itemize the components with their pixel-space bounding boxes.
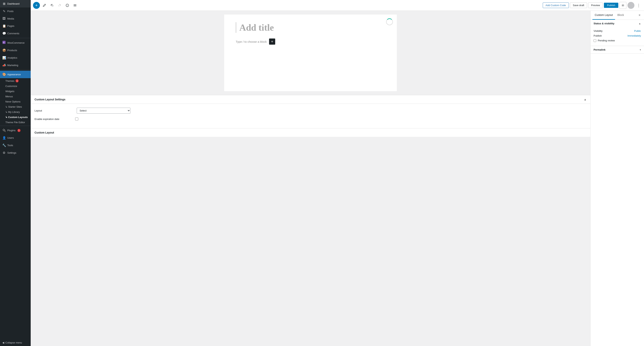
svg-point-7 xyxy=(622,5,624,6)
permalink-chevron-down: ▾ xyxy=(640,48,641,51)
sidebar-item-pages[interactable]: 📋 Pages xyxy=(0,22,31,30)
appearance-submenu: Themes 1 Customize Widgets Menus Neve Op… xyxy=(0,78,31,125)
analytics-icon: 📊 xyxy=(2,56,6,60)
products-icon: 📦 xyxy=(2,48,6,52)
status-visibility-header[interactable]: Status & visibility ▲ xyxy=(590,20,644,27)
woocommerce-icon: W xyxy=(2,41,6,45)
svg-point-9 xyxy=(630,6,632,7)
sidebar-item-label: Pages xyxy=(7,24,14,27)
user-avatar[interactable] xyxy=(628,2,634,9)
sidebar-item-media[interactable]: 🖼 Media xyxy=(0,15,31,22)
status-visibility-body: Visibility Public Publish Immediately Pe… xyxy=(590,27,644,46)
settings-header[interactable]: Custom Layout Settings ▲ xyxy=(31,95,590,104)
sidebar-sub-menus[interactable]: Menus xyxy=(0,94,31,99)
status-chevron-up: ▲ xyxy=(639,22,641,25)
sidebar-item-users[interactable]: 👤 Users xyxy=(0,134,31,142)
collapse-icon: ◀ xyxy=(2,341,4,344)
pending-review-checkbox[interactable] xyxy=(594,39,596,42)
pages-icon: 📋 xyxy=(2,24,6,28)
more-options-button[interactable]: ⋮ xyxy=(636,2,642,8)
block-placeholder-text: Type / to choose a block xyxy=(236,40,267,43)
block-placeholder-area[interactable]: Type / to choose a block + xyxy=(236,38,385,45)
sidebar-item-appearance[interactable]: 🎨 Appearance xyxy=(0,71,31,78)
sidebar-sub-widgets[interactable]: Widgets xyxy=(0,89,31,94)
sidebar-item-label: Tools xyxy=(7,144,13,147)
expiration-checkbox[interactable] xyxy=(75,117,78,120)
loading-spinner xyxy=(386,18,393,25)
settings-title: Custom Layout Settings xyxy=(34,98,66,101)
sidebar-item-label: WooCommerce xyxy=(7,41,24,44)
details-button[interactable]: i xyxy=(64,2,70,8)
sidebar-sub-custom-layouts[interactable]: ↳ Custom Layouts xyxy=(0,115,31,120)
edit-mode-button[interactable] xyxy=(41,2,48,8)
menus-label: Menus xyxy=(5,95,13,98)
appearance-icon: 🎨 xyxy=(2,73,6,76)
sidebar-item-marketing[interactable]: 📣 Marketing xyxy=(0,61,31,69)
sidebar-sub-themes[interactable]: Themes 1 xyxy=(0,78,31,83)
collapse-label: Collapse menu xyxy=(5,341,22,344)
tab-custom-layout[interactable]: Custom Layout xyxy=(592,11,615,20)
expiration-row: Enable expiration date xyxy=(34,117,586,120)
add-block-button[interactable]: + xyxy=(33,2,40,9)
editor-canvas-area: Add title Type / to choose a block + Cus… xyxy=(31,11,590,346)
right-panel-close-button[interactable]: × xyxy=(637,12,642,18)
permalink-header[interactable]: Permalink ▾ xyxy=(590,46,644,53)
publish-row: Publish Immediately xyxy=(594,34,641,37)
my-library-label: ↳ My Library xyxy=(5,110,20,113)
theme-file-editor-label: Theme File Editor xyxy=(5,121,25,124)
sidebar-item-dashboard[interactable]: ⊞ Dashboard xyxy=(0,0,31,7)
title-placeholder[interactable]: Add title xyxy=(239,22,385,33)
custom-layout-section-label: Custom Layout xyxy=(31,128,590,137)
sidebar-item-label: Posts xyxy=(7,10,14,13)
layout-select[interactable]: Select Hook Custom Post Type Single Post… xyxy=(77,108,130,114)
sidebar-sub-neve-options[interactable]: Neve Options xyxy=(0,99,31,104)
sidebar-item-label: Comments xyxy=(7,32,19,35)
plugins-badge: 1 xyxy=(18,129,20,132)
preview-button[interactable]: Preview xyxy=(588,2,603,8)
posts-icon: ✎ xyxy=(2,9,6,13)
pending-review-row: Pending review xyxy=(594,39,641,42)
expiration-label: Enable expiration date xyxy=(34,118,73,120)
sidebar-item-settings[interactable]: ⚙ Settings xyxy=(0,149,31,157)
add-block-inline-button[interactable]: + xyxy=(269,38,275,45)
editor-canvas: Add title Type / to choose a block + xyxy=(224,14,397,91)
svg-text:W: W xyxy=(3,41,4,43)
sidebar-sub-customize[interactable]: Customize xyxy=(0,83,31,89)
settings-panel-button[interactable] xyxy=(620,2,626,9)
layout-label: Layout xyxy=(34,109,73,112)
sidebar-item-plugins[interactable]: 🔌 Plugins 1 xyxy=(0,127,31,134)
status-visibility-section: Status & visibility ▲ Visibility Public … xyxy=(590,20,644,46)
sidebar-item-comments[interactable]: 💬 Comments xyxy=(0,30,31,37)
visibility-value[interactable]: Public xyxy=(634,29,641,32)
svg-rect-5 xyxy=(74,5,76,5)
sidebar-item-posts[interactable]: ✎ Posts xyxy=(0,7,31,15)
sidebar: ⊞ Dashboard ✎ Posts 🖼 Media 📋 Pages 💬 Co… xyxy=(0,0,31,346)
sidebar-sub-theme-file-editor[interactable]: Theme File Editor xyxy=(0,120,31,125)
collapse-menu-button[interactable]: ◀ Collapse menu xyxy=(0,339,31,346)
sidebar-item-label: Users xyxy=(7,136,14,139)
sidebar-item-analytics[interactable]: 📊 Analytics xyxy=(0,54,31,61)
publish-value[interactable]: Immediately xyxy=(628,34,641,37)
editor-toolbar: + i xyxy=(31,0,644,11)
save-draft-button[interactable]: Save draft xyxy=(570,2,587,8)
settings-body: Layout Select Hook Custom Post Type Sing… xyxy=(31,104,590,128)
title-area[interactable]: Add title xyxy=(236,22,385,33)
media-icon: 🖼 xyxy=(2,17,6,20)
sidebar-item-products[interactable]: 📦 Products xyxy=(0,46,31,54)
undo-button[interactable] xyxy=(49,2,55,8)
add-custom-code-button[interactable]: Add Custom Code xyxy=(543,2,569,8)
tab-block[interactable]: Block xyxy=(615,11,626,20)
right-panel-tabs: Custom Layout Block × xyxy=(590,11,644,20)
sidebar-divider-2 xyxy=(0,70,31,70)
publish-button[interactable]: Publish xyxy=(604,3,618,8)
sidebar-item-woocommerce[interactable]: W WooCommerce xyxy=(0,39,31,46)
sidebar-sub-starter-sites[interactable]: ↳ Starter Sites xyxy=(0,104,31,109)
list-view-button[interactable] xyxy=(72,2,78,8)
svg-point-8 xyxy=(630,4,632,5)
sidebar-divider-3 xyxy=(0,126,31,126)
sidebar-sub-my-library[interactable]: ↳ My Library xyxy=(0,109,31,115)
sidebar-item-tools[interactable]: 🔧 Tools xyxy=(0,142,31,149)
sidebar-item-label: Appearance xyxy=(7,73,21,76)
redo-button[interactable] xyxy=(56,2,63,8)
sidebar-item-label: Plugins xyxy=(7,129,16,132)
